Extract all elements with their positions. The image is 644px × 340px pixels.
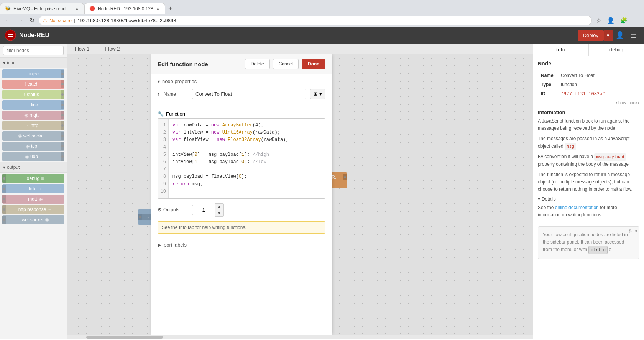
app-title: Node-RED bbox=[19, 32, 49, 39]
tab1-favicon: 🐝 bbox=[5, 6, 11, 12]
reload-button[interactable]: ↻ bbox=[28, 16, 36, 25]
function-icon: 🔧 bbox=[158, 111, 164, 117]
outputs-increment-button[interactable]: ▲ bbox=[215, 204, 223, 210]
node-id-label: ID bbox=[539, 90, 558, 98]
palette-node-mqtt-in[interactable]: ◉ mqtt bbox=[2, 111, 64, 120]
tab2-favicon: 🔴 bbox=[89, 6, 95, 12]
flow-config-panel: ⎘ × Your flow configuration nodes are li… bbox=[538, 226, 639, 259]
name-input[interactable] bbox=[192, 89, 306, 99]
port-labels-header[interactable]: ▶ port labels bbox=[158, 242, 325, 248]
websocket-in-right-port bbox=[61, 132, 64, 140]
node-id-value: "977ff131.1082a" bbox=[561, 91, 605, 96]
show-more-link[interactable]: show more › bbox=[538, 100, 639, 105]
tab1-close[interactable]: × bbox=[75, 6, 79, 12]
online-documentation-link[interactable]: online documentation bbox=[555, 205, 599, 210]
new-tab-button[interactable]: + bbox=[165, 3, 176, 14]
palette-section-output-header[interactable]: ▾ output bbox=[0, 162, 67, 173]
outputs-stepper[interactable]: 1 ▲ ▼ bbox=[192, 203, 224, 217]
address-warning-text: Not secure bbox=[49, 18, 72, 23]
inject-right-port bbox=[61, 70, 64, 78]
port-labels-label: port labels bbox=[164, 242, 187, 248]
palette-node-status[interactable]: ! status bbox=[2, 90, 64, 99]
information-title: Information bbox=[538, 110, 639, 115]
palette-node-http-response[interactable]: http response → bbox=[2, 205, 64, 214]
delete-button[interactable]: Delete bbox=[245, 59, 270, 69]
forward-button[interactable]: → bbox=[15, 16, 25, 25]
deploy-dropdown-button[interactable]: ▾ bbox=[604, 30, 613, 41]
back-button[interactable]: ← bbox=[3, 16, 13, 25]
palette-search-input[interactable] bbox=[3, 46, 64, 55]
details-text-prefix: See the bbox=[538, 205, 555, 210]
tab-info[interactable]: info bbox=[533, 44, 589, 56]
flow-tab-2[interactable]: Flow 2 bbox=[97, 44, 128, 54]
palette-node-link-out[interactable]: link → bbox=[2, 184, 64, 193]
info-hint: See the Info tab for help writing functi… bbox=[158, 221, 325, 234]
done-button[interactable]: Done bbox=[302, 59, 325, 69]
outputs-icon: ⚙ bbox=[158, 207, 162, 212]
outputs-input[interactable]: 1 bbox=[192, 205, 215, 215]
canvas-area: Flow 1 Flow 2 bbox=[67, 44, 533, 339]
palette-search-area bbox=[0, 44, 67, 58]
name-options-button[interactable]: ⊞ ▾ bbox=[310, 89, 325, 99]
address-separator: | bbox=[74, 18, 75, 23]
palette-node-http-response-label: http response → bbox=[6, 205, 64, 214]
palette-node-mqtt-out[interactable]: mqtt ◉ bbox=[2, 195, 64, 204]
websocket-out-left-port bbox=[2, 216, 6, 224]
bookmark-button[interactable]: ☆ bbox=[594, 16, 603, 25]
profile-button[interactable]: 👤 bbox=[605, 16, 616, 25]
browser-tab-1[interactable]: 🐝 HiveMQ - Enterprise ready MQT... × bbox=[0, 3, 84, 14]
address-bar[interactable]: ⚠ Not secure | 192.168.0.128:1880/#flow/… bbox=[39, 16, 592, 25]
status-right-port bbox=[61, 90, 64, 99]
extensions-button[interactable]: 🧩 bbox=[618, 16, 629, 25]
flow-tab-1[interactable]: Flow 1 bbox=[67, 44, 97, 54]
palette-node-http-in[interactable]: → http bbox=[2, 121, 64, 130]
node-name-value: Convert To Float bbox=[559, 71, 639, 80]
flow-config-copy-button[interactable]: ⎘ bbox=[629, 228, 632, 234]
edit-dialog-actions: Delete Cancel Done bbox=[245, 59, 325, 69]
port-labels-section: ▶ port labels bbox=[151, 238, 332, 252]
menu-button[interactable]: ⋮ bbox=[631, 16, 641, 25]
mqtt-in-right-port bbox=[61, 111, 64, 119]
edit-overlay: Edit function node Delete Cancel Done ▾ bbox=[67, 54, 533, 335]
palette-section-input-header[interactable]: ▾ input bbox=[0, 58, 67, 68]
palette-node-inject[interactable]: → inject bbox=[2, 69, 64, 78]
palette-node-udp-in[interactable]: ◉ udp bbox=[2, 152, 64, 161]
node-properties-header[interactable]: ▾ node properties bbox=[158, 78, 325, 84]
flow-canvas[interactable]: → timestamp ↺ ⚡ Modbus Message bbox=[67, 54, 533, 335]
node-type-value: function bbox=[559, 80, 639, 89]
name-icon: 🏷 bbox=[158, 92, 162, 97]
tab-debug[interactable]: debug bbox=[589, 44, 644, 56]
user-button[interactable]: 👤 bbox=[613, 29, 627, 41]
palette-node-tcp-in[interactable]: ◉ tcp bbox=[2, 142, 64, 151]
info-paragraph-2: The messages are passed in as a JavaScri… bbox=[538, 135, 639, 150]
details-header[interactable]: ▾ Details bbox=[538, 196, 639, 202]
cancel-button[interactable]: Cancel bbox=[273, 59, 299, 69]
palette-node-catch[interactable]: ! catch bbox=[2, 80, 64, 89]
tcp-in-right-port bbox=[61, 142, 64, 150]
palette-node-websocket-in-label: ◉ websocket bbox=[2, 131, 61, 141]
hamburger-menu-button[interactable]: ☰ bbox=[627, 29, 639, 41]
flow-config-o: o bbox=[609, 247, 611, 252]
code-content[interactable]: var rawData = new ArrayBuffer(4); var in… bbox=[169, 119, 325, 198]
palette-node-tcp-in-label: ◉ tcp bbox=[2, 142, 61, 151]
node-properties-section: ▾ node properties 🏷 Name ⊞ ▾ bbox=[151, 74, 332, 108]
palette-node-websocket-in[interactable]: ◉ websocket bbox=[2, 131, 64, 141]
palette-node-udp-in-label: ◉ udp bbox=[2, 152, 61, 161]
browser-tab-2[interactable]: 🔴 Node-RED : 192.168.0.128 × bbox=[84, 3, 165, 14]
palette-node-mqtt-in-label: ◉ mqtt bbox=[2, 111, 61, 120]
tab2-close[interactable]: × bbox=[156, 6, 160, 12]
palette-node-websocket-out[interactable]: websocket ◉ bbox=[2, 215, 64, 224]
palette-node-link-in[interactable]: → link bbox=[2, 100, 64, 110]
flow-config-close-button[interactable]: × bbox=[634, 228, 637, 234]
canvas-scrollbar[interactable] bbox=[67, 335, 533, 339]
palette-node-debug-label: debug ≡ bbox=[6, 174, 64, 183]
outputs-decrement-button[interactable]: ▼ bbox=[215, 210, 223, 216]
deploy-button[interactable]: Deploy bbox=[578, 30, 604, 41]
node-properties-label: node properties bbox=[162, 78, 197, 84]
palette-node-debug[interactable]: debug ≡ bbox=[2, 174, 64, 183]
code-editor[interactable]: 12345678910 var rawData = new ArrayBuffe… bbox=[158, 118, 325, 199]
scroll-thumb[interactable] bbox=[86, 336, 163, 339]
logo-icon bbox=[5, 29, 16, 41]
name-label: 🏷 Name bbox=[158, 92, 188, 97]
address-text: 192.168.0.128:1880/#flow/ddb4b78e.2c9898 bbox=[77, 18, 588, 23]
